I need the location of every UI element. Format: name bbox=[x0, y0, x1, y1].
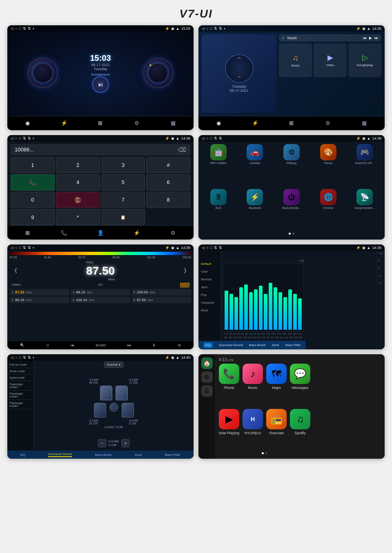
preset-5[interactable]: 5 108.00 MHz bbox=[131, 289, 191, 295]
bass-filter-surround-tab[interactable]: Bass Filter bbox=[165, 453, 180, 457]
music-bar[interactable]: ♪ Music ⏮ ▶ ⏭ bbox=[279, 34, 381, 42]
eq-tab[interactable]: EQ bbox=[203, 342, 213, 348]
key-6[interactable]: 6 bbox=[146, 174, 190, 191]
googleplay-app-tile[interactable]: ▷ Googleplay bbox=[348, 43, 381, 77]
video-app-tile[interactable]: ▶ Video bbox=[314, 43, 347, 77]
contacts-button[interactable]: 📋 bbox=[101, 209, 145, 225]
apps-home-icon[interactable]: ⊞ bbox=[287, 118, 296, 128]
key-3[interactable]: 3 bbox=[101, 157, 145, 173]
call-log-icon[interactable]: 📞 bbox=[59, 228, 69, 238]
surround-sound-tab-active[interactable]: Surround Sound bbox=[48, 452, 72, 457]
eq-bar-5[interactable] bbox=[244, 265, 248, 330]
band-button[interactable]: BAND bbox=[96, 343, 106, 347]
surround-sound-tab[interactable]: Surround Sound bbox=[219, 343, 243, 347]
eq-bar-16[interactable] bbox=[298, 265, 302, 330]
dialpad-icon[interactable]: ⊞ bbox=[23, 228, 33, 238]
settings-home-icon[interactable]: ⚙ bbox=[323, 118, 333, 128]
key-2[interactable]: 2 bbox=[56, 157, 100, 173]
app-easyconnect[interactable]: 📡 EasyConnecti... bbox=[348, 189, 381, 231]
app-aux[interactable]: 🎚 AUX bbox=[202, 189, 235, 231]
decrease-button[interactable]: − bbox=[98, 439, 106, 447]
play-icon[interactable]: ▶ bbox=[369, 36, 372, 40]
bt-phone-icon[interactable]: ⚡ bbox=[132, 228, 142, 238]
seek-back-button[interactable]: 《 bbox=[11, 267, 17, 275]
key-8[interactable]: 8 bbox=[146, 192, 190, 208]
eq-bar-13[interactable] bbox=[283, 265, 287, 330]
bass-boost-tab[interactable]: Bass Boost bbox=[249, 343, 265, 347]
left-knob[interactable] bbox=[27, 58, 58, 88]
eq-bar-9[interactable] bbox=[264, 265, 267, 330]
mode-cpilot[interactable]: Cpilot mode bbox=[7, 375, 33, 381]
preset-1[interactable]: 1 87.50 MHz bbox=[10, 289, 69, 295]
cp-music[interactable]: ♪ Music bbox=[243, 364, 263, 406]
carplay-home-icon[interactable]: 🏠 bbox=[201, 358, 213, 369]
mode-driver[interactable]: Driver mode bbox=[7, 368, 33, 375]
end-call-button[interactable]: 📵 bbox=[56, 192, 100, 208]
app-theme[interactable]: 🎨 Theme bbox=[312, 144, 345, 186]
next-icon[interactable]: ⏭ bbox=[374, 36, 378, 40]
app-settings[interactable]: ⚙ Settings bbox=[275, 144, 308, 186]
cp-hyundai[interactable]: H HYUNDAI bbox=[243, 409, 263, 451]
app-carmate[interactable]: 🚗 CarMate bbox=[238, 144, 272, 186]
nav-home-icon[interactable]: ◉ bbox=[214, 118, 224, 128]
prev-icon[interactable]: ⏮ bbox=[363, 36, 367, 40]
eq-bar-2[interactable] bbox=[229, 265, 233, 330]
extra-home-icon[interactable]: ▦ bbox=[359, 118, 369, 128]
key-hash[interactable]: # bbox=[146, 157, 190, 173]
scan-icon[interactable]: ⊙ bbox=[46, 343, 49, 347]
eq-preset-pop[interactable]: Pop bbox=[198, 291, 220, 299]
nav-icon[interactable]: ◉ bbox=[23, 118, 33, 128]
app-bootanim[interactable]: ⏻ Boot Animati... bbox=[275, 189, 308, 231]
increase-button[interactable]: + bbox=[121, 439, 129, 447]
key-5[interactable]: 5 bbox=[101, 174, 145, 191]
eq-bar-3[interactable] bbox=[234, 265, 238, 330]
cp-phone[interactable]: 📞 Phone bbox=[219, 364, 239, 406]
settings-icon[interactable]: ⚙ bbox=[132, 118, 142, 128]
key-1[interactable]: 1 bbox=[11, 157, 55, 173]
mode-fullcar[interactable]: Full car mode bbox=[7, 362, 33, 368]
zone-surround-tab[interactable]: Zone bbox=[134, 453, 142, 457]
eq-bar-15[interactable] bbox=[293, 265, 297, 330]
eq-preset-classical[interactable]: Classical bbox=[198, 299, 220, 306]
key-9[interactable]: 9 bbox=[11, 209, 55, 225]
radio-settings-icon[interactable]: ⚙ bbox=[178, 343, 181, 347]
eq-preset-rock[interactable]: Rock bbox=[198, 306, 220, 314]
normal-badge[interactable]: Normal ▾ bbox=[104, 362, 123, 368]
bass-filter-tab[interactable]: Bass Filter bbox=[285, 343, 301, 347]
eq-surround-tab[interactable]: EQ bbox=[20, 453, 25, 457]
app-androids[interactable]: 🎮 AndroiTS GP... bbox=[348, 144, 381, 186]
cp-messages[interactable]: 💬 Messages bbox=[290, 364, 310, 406]
eq-bar-10[interactable] bbox=[269, 265, 272, 330]
seek-fwd-button[interactable]: 》 bbox=[184, 267, 189, 275]
settings-phone-icon[interactable]: ⚙ bbox=[168, 228, 178, 238]
preset-4[interactable]: 4 106.10 MHz bbox=[71, 297, 130, 303]
eq-preset-default[interactable]: Default bbox=[198, 260, 220, 268]
carplay-menu-icon[interactable]: ☰ bbox=[201, 385, 213, 397]
app-bluetooth[interactable]: ⚡ Bluetooth bbox=[238, 189, 272, 231]
delete-button[interactable]: ⌫ bbox=[178, 147, 186, 153]
bluetooth-icon[interactable]: ⚡ bbox=[59, 118, 69, 128]
bass-boost-surround-tab[interactable]: Bass Boost bbox=[95, 453, 111, 457]
mode-passenger2[interactable]: Passenger mode2 bbox=[7, 391, 33, 400]
mode-passenger1[interactable]: Passenger mode1 bbox=[7, 381, 33, 391]
right-knob[interactable]: ⚡ bbox=[143, 58, 174, 88]
eq-bar-14[interactable] bbox=[288, 265, 292, 330]
key-star[interactable]: * bbox=[56, 209, 100, 225]
eq-bar-1[interactable] bbox=[225, 265, 228, 330]
eq-icon[interactable]: 🎚 bbox=[152, 343, 156, 347]
zone-tab[interactable]: Zone bbox=[272, 343, 279, 347]
cp-nowplaying[interactable]: ▶ Now Playing bbox=[219, 409, 239, 451]
eq-bar-12[interactable] bbox=[278, 265, 282, 330]
preset-3[interactable]: 3 98.10 MHz bbox=[71, 289, 130, 295]
key-0[interactable]: 0 bbox=[11, 192, 55, 208]
music-app-tile[interactable]: ♫ Music bbox=[279, 43, 312, 77]
apps-icon[interactable]: ⊞ bbox=[96, 118, 105, 128]
mode-passenger3[interactable]: Passenger mode3 bbox=[7, 400, 33, 409]
cp-overcast[interactable]: 📻 Overcast bbox=[266, 409, 287, 451]
app-apk[interactable]: 🤖 APK installer bbox=[202, 144, 235, 186]
preset-2[interactable]: 2 90.10 MHz bbox=[10, 297, 69, 303]
app-chrome[interactable]: 🌐 Chrome bbox=[312, 189, 345, 231]
search-radio-icon[interactable]: 🔍 bbox=[20, 343, 24, 347]
eq-bar-11[interactable] bbox=[274, 265, 277, 330]
call-button[interactable]: 📞 bbox=[11, 174, 55, 191]
